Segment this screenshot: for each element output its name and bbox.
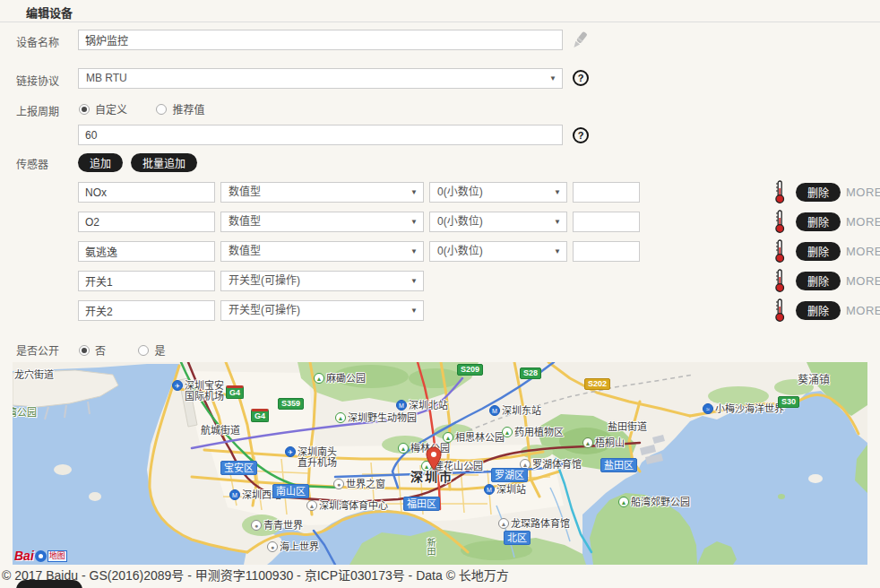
map-label-text: 船湾郊野公园	[631, 497, 690, 507]
sensor-type-value: 开关型(可操作)	[229, 304, 300, 316]
sensor-rows: 数值型▼0(小数位)▼删除MORE数值型▼0(小数位)▼删除MORE数值型▼0(…	[0, 182, 880, 330]
batch-add-sensor-button[interactable]: 批量追加	[131, 153, 197, 172]
map-label: 盐田街道	[608, 421, 647, 432]
map-label-text: 小梅沙海洋世界	[715, 403, 784, 414]
sensor-name-input[interactable]	[78, 212, 215, 232]
thermometer-icon	[773, 210, 785, 238]
mountain-icon: ▲	[582, 437, 593, 448]
district-badge: 宝安区	[220, 461, 257, 475]
sensor-decimal-select[interactable]: 0(小数位)▼	[429, 241, 567, 262]
save-button[interactable]	[16, 580, 82, 588]
sensor-row: 开关型(可操作)▼删除MORE	[0, 271, 880, 291]
divider	[0, 22, 880, 22]
sensor-type-select[interactable]: 开关型(可操作)▼	[220, 300, 424, 321]
chevron-down-icon: ▼	[410, 242, 418, 262]
report-period-radio-custom[interactable]	[79, 104, 90, 115]
map-label-text: 葵涌镇	[798, 375, 830, 385]
park-icon: ▲	[335, 412, 346, 423]
map-label: ✈深圳宝安国际机场	[172, 380, 224, 402]
is-public-radio-no[interactable]	[79, 345, 90, 356]
poi-icon: ●	[333, 479, 344, 489]
is-public-option-yes: 是	[154, 345, 165, 358]
map-label: ✈深圳南头直升机场	[285, 446, 337, 468]
delete-sensor-button[interactable]: 删除	[796, 212, 841, 231]
map-label-text: 龙琛路体育馆	[511, 518, 570, 529]
delete-sensor-button[interactable]: 删除	[796, 301, 841, 320]
thermometer-icon	[773, 180, 785, 208]
report-period-help-icon[interactable]: ?	[573, 127, 589, 143]
map-label-text: 深圳东站	[502, 405, 541, 416]
map-label-text: 海上世界	[280, 541, 319, 552]
map-label-text: 罗湖体育馆	[532, 459, 582, 470]
sensor-decimal-value: 0(小数位)	[437, 245, 483, 257]
thermometer-icon	[773, 298, 785, 326]
more-link[interactable]: MORE	[846, 186, 880, 199]
map-label: 葵涌镇	[798, 375, 830, 385]
report-period-option-recommended: 推荐值	[172, 104, 204, 117]
sensor-decimal-select[interactable]: 0(小数位)▼	[429, 212, 567, 232]
district-badge: 盐田区	[600, 458, 637, 472]
map-label: ▲船湾郊野公园	[618, 497, 690, 507]
map-label-text: 深圳站	[496, 484, 526, 495]
add-sensor-button[interactable]: 追加	[78, 153, 123, 172]
edit-pencil-icon[interactable]	[570, 30, 588, 58]
map-label: M深圳北站	[396, 400, 448, 411]
more-link[interactable]: MORE	[846, 274, 880, 288]
more-link[interactable]: MORE	[846, 215, 880, 229]
chevron-down-icon: ▼	[554, 183, 561, 203]
map-label-text: 相思林公园	[455, 432, 505, 443]
is-public-radio-yes[interactable]	[138, 345, 149, 356]
baidu-map[interactable]: 龙穴街道湾公园✈深圳宝安国际机场航城街道▲麻磡公园M深圳北站▲深圳野生动物园▲梅…	[13, 362, 867, 565]
sensor-name-input[interactable]	[78, 241, 215, 262]
report-period-radio-recommended[interactable]	[156, 104, 167, 115]
protocol-help-icon[interactable]: ?	[573, 70, 589, 86]
map-label-text: 青青世界	[263, 520, 303, 531]
map-label: 龙穴街道	[14, 369, 54, 380]
map-label: ●海上世界	[267, 541, 319, 552]
road-badge: S209	[457, 364, 483, 376]
map-label-text: 盐田街道	[608, 421, 647, 432]
sensor-type-select[interactable]: 数值型▼	[220, 182, 424, 203]
metro-icon: M	[484, 484, 495, 495]
road-badge: G4	[226, 385, 244, 399]
sensor-decimal-select[interactable]: 0(小数位)▼	[429, 182, 567, 203]
map-marker-pin[interactable]	[421, 443, 446, 477]
park-icon: ▲	[618, 497, 629, 507]
baidu-logo[interactable]: Bai地图	[14, 549, 67, 563]
map-label-text: 深圳南头直升机场	[298, 446, 337, 468]
sensor-extra-input[interactable]	[573, 241, 640, 262]
map-label-text: 深圳宝安国际机场	[185, 380, 224, 402]
airport-icon: ✈	[285, 446, 296, 457]
chevron-down-icon: ▼	[410, 272, 418, 291]
sensor-name-input[interactable]	[78, 271, 215, 291]
more-link[interactable]: MORE	[846, 245, 880, 258]
more-link[interactable]: MORE	[846, 304, 880, 317]
sensor-extra-input[interactable]	[573, 212, 640, 232]
sensor-type-select[interactable]: 数值型▼	[220, 241, 424, 262]
sensor-name-input[interactable]	[78, 300, 215, 321]
map-label-text: 龙穴街道	[14, 369, 54, 380]
delete-sensor-button[interactable]: 删除	[796, 242, 841, 261]
map-label: 湾公园	[13, 407, 37, 418]
delete-sensor-button[interactable]: 删除	[796, 183, 841, 202]
sensor-name-input[interactable]	[78, 182, 215, 203]
park-icon: ▲	[443, 432, 453, 443]
district-badge: 北区	[504, 531, 531, 545]
is-public-label: 是否公开	[16, 342, 59, 358]
report-period-input[interactable]	[78, 125, 563, 145]
poi-icon: ●	[251, 520, 262, 531]
road-badge: G4	[251, 409, 269, 422]
map-label: ▲龙琛路体育馆	[498, 518, 570, 529]
map-label: ▲深圳湾体育中心	[306, 500, 388, 511]
sensor-decimal-value: 0(小数位)	[437, 215, 483, 228]
sensor-type-select[interactable]: 数值型▼	[220, 212, 424, 232]
delete-sensor-button[interactable]: 删除	[796, 272, 841, 290]
map-label: ▲罗湖体育馆	[520, 459, 582, 470]
protocol-select[interactable]: MB RTU ▼	[78, 68, 563, 89]
sensor-type-select[interactable]: 开关型(可操作)▼	[220, 271, 424, 291]
device-name-input[interactable]	[78, 30, 563, 50]
map-label: ●世界之窗	[333, 479, 385, 489]
sensor-extra-input[interactable]	[573, 182, 640, 203]
chevron-down-icon: ▼	[554, 242, 561, 262]
page-title: 编辑设备	[26, 4, 73, 21]
